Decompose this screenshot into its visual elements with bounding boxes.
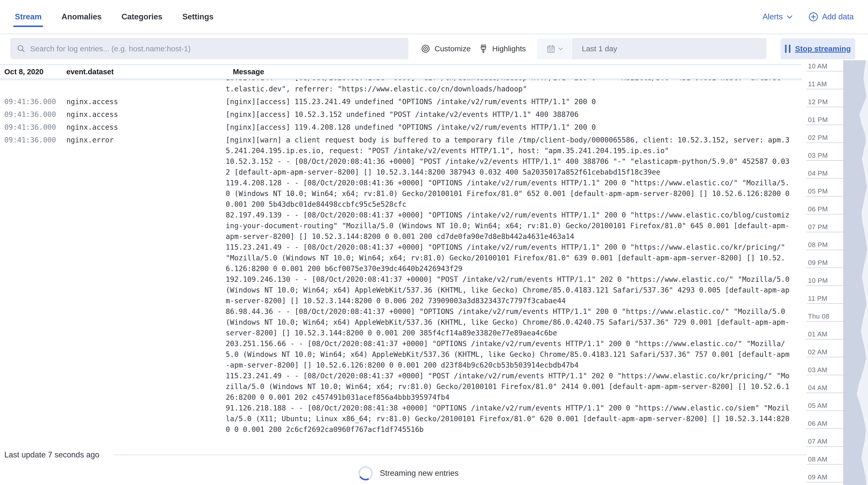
log-density-chart [843, 60, 868, 485]
minimap-tick-label: 09 PM [808, 259, 828, 267]
add-data-button[interactable]: Add data [808, 12, 854, 22]
log-entry-row[interactable]: 10.52.3.144 - - [08/Oct/2020:08:41:36 +0… [0, 79, 802, 95]
message-line: 192.109.246.130 - - [08/Oct/2020:08:41:3… [226, 274, 792, 306]
minimap-axis-line [843, 60, 844, 485]
minimap-tick-line [806, 303, 843, 304]
last-update-divider [114, 455, 807, 455]
alerts-menu-button[interactable]: Alerts [763, 12, 793, 22]
time-minimap[interactable]: 10 AM11 AM12 PM01 PM02 PM03 PM04 PM05 PM… [802, 60, 868, 485]
log-entry-row[interactable]: 09:41:36.000nginx.access[nginx][access] … [0, 121, 802, 134]
column-header-date: Oct 8, 2020 [4, 65, 43, 78]
quick-select-button[interactable] [537, 38, 573, 59]
message-line: [nginx][access] 119.4.208.128 undefined … [226, 122, 792, 133]
calendar-icon [546, 44, 556, 53]
entry-message: [nginx][warn] a client request body is b… [226, 135, 792, 435]
entry-timestamp: 09:41:36.000 [4, 96, 56, 107]
minimap-tick-line [806, 357, 843, 357]
stop-streaming-button[interactable]: Stop streaming [781, 38, 855, 59]
minimap-tick-label: 04 AM [808, 384, 828, 392]
minimap-tick-label: 12 PM [808, 98, 828, 106]
brush-icon [479, 44, 488, 54]
highlights-label: Highlights [492, 44, 526, 53]
pause-icon [785, 45, 790, 53]
message-line: t.elastic.dev", referrer: "https://www.e… [226, 84, 792, 94]
minimap-tick-line [806, 428, 843, 429]
minimap-tick-line [806, 267, 843, 268]
minimap-tick-line [806, 160, 843, 161]
log-entries-list[interactable]: 10.52.3.144 - - [08/Oct/2020:08:41:36 +0… [0, 79, 802, 445]
search-placeholder: Search for log entries... (e.g. host.nam… [30, 44, 191, 53]
minimap-tick-label: 06 PM [808, 205, 828, 213]
date-range-picker: Last 1 day [537, 38, 767, 59]
minimap-tick-label: 09 AM [808, 473, 828, 481]
minimap-tick-line [806, 125, 843, 125]
minimap-tick-line [806, 339, 843, 340]
minimap-tick-label: 01 AM [808, 330, 828, 338]
tab-categories[interactable]: Categories [121, 9, 163, 25]
minimap-tick-line [806, 178, 843, 179]
entry-timestamp: 09:41:36.000 [4, 135, 56, 146]
message-line: 10.52.3.152 - - [08/Oct/2020:08:41:36 +0… [226, 156, 792, 177]
minimap-tick-label: 08 AM [808, 455, 828, 463]
message-line: [nginx][access] 115.23.241.49 undefined … [226, 96, 792, 107]
minimap-tick-label: 05 AM [808, 402, 828, 410]
tab-settings[interactable]: Settings [182, 9, 214, 25]
message-line: [nginx][access] 10.52.3.152 undefined "P… [226, 109, 792, 120]
last-update-text: Last update 7 seconds ago [4, 450, 99, 460]
loading-spinner-icon [356, 464, 374, 482]
column-header-message: Message [233, 65, 264, 78]
stop-streaming-label: Stop streaming [795, 44, 850, 53]
search-icon [17, 44, 26, 53]
stream-toolbar: Search for log entries... (e.g. host.nam… [0, 38, 868, 59]
minimap-tick-label: 11 AM [808, 80, 827, 88]
entry-dataset: nginx.error [66, 135, 114, 146]
minimap-tick-line [806, 464, 843, 464]
top-navigation: Stream Anomalies Categories Settings Ale… [0, 0, 868, 34]
minimap-tick-line [806, 482, 843, 482]
entry-dataset: nginx.access [66, 122, 118, 133]
message-line: 91.126.218.188 - - [08/Oct/2020:08:41:38… [226, 403, 792, 435]
message-line: 115.23.241.49 - - [08/Oct/2020:08:41:37 … [226, 242, 792, 274]
minimap-tick-line [806, 411, 843, 411]
search-input[interactable]: Search for log entries... (e.g. host.nam… [10, 38, 408, 59]
minimap-tick-label: 05 PM [808, 187, 828, 195]
minimap-tick-label: 11 PM [808, 295, 828, 302]
chevron-down-icon [786, 13, 793, 20]
log-table-header: Oct 8, 2020 event.dataset Message [0, 64, 802, 79]
message-line: 119.4.208.128 - - [08/Oct/2020:08:41:36 … [226, 177, 792, 210]
highlights-button[interactable]: Highlights [479, 38, 526, 59]
minimap-tick-line [806, 107, 843, 107]
minimap-tick-line [806, 285, 843, 286]
entry-message: [nginx][access] 119.4.208.128 undefined … [226, 122, 792, 133]
message-line: 203.251.156.66 - - [08/Oct/2020:08:41:37… [226, 338, 792, 370]
minimap-tick-label: 10 PM [808, 277, 828, 285]
log-entry-row[interactable]: 09:41:36.000nginx.access[nginx][access] … [0, 108, 802, 121]
minimap-tick-label: Thu 08 [808, 313, 830, 320]
minimap-tick-label: 04 PM [808, 169, 828, 177]
tab-stream[interactable]: Stream [14, 9, 42, 25]
log-entry-row[interactable]: 09:41:36.000nginx.error[nginx][warn] a c… [0, 134, 802, 436]
entry-message: [nginx][access] 115.23.241.49 undefined … [226, 96, 792, 107]
minimap-tick-line [806, 142, 843, 143]
eye-target-icon [421, 44, 430, 54]
entry-timestamp: 09:41:36.000 [4, 109, 56, 120]
tab-anomalies[interactable]: Anomalies [61, 9, 102, 25]
customize-label: Customize [435, 44, 471, 53]
time-range-value[interactable]: Last 1 day [573, 38, 617, 59]
entry-message: [nginx][access] 10.52.3.152 undefined "P… [226, 109, 792, 120]
customize-button[interactable]: Customize [421, 38, 471, 59]
minimap-tick-label: 07 PM [808, 223, 828, 231]
minimap-tick-line [806, 393, 843, 393]
minimap-tick-line [806, 321, 843, 322]
minimap-tick-line [806, 375, 843, 375]
entry-timestamp: 09:41:36.000 [4, 122, 56, 133]
minimap-tick-label: 06 AM [808, 420, 828, 427]
clipped-line-fragment: 10.52.3.144 - - [08/Oct/2020:08:41:36 +0… [226, 79, 792, 84]
entry-dataset: nginx.access [66, 96, 118, 107]
streaming-label: Streaming new entries [380, 468, 459, 478]
log-entry-row[interactable]: 09:41:36.000nginx.access[nginx][access] … [0, 95, 802, 108]
message-line: 115.23.241.49 - - [08/Oct/2020:08:41:37 … [226, 370, 792, 403]
alerts-label: Alerts [763, 12, 783, 22]
minimap-tick-line [806, 214, 843, 215]
circled-plus-icon [808, 12, 818, 22]
